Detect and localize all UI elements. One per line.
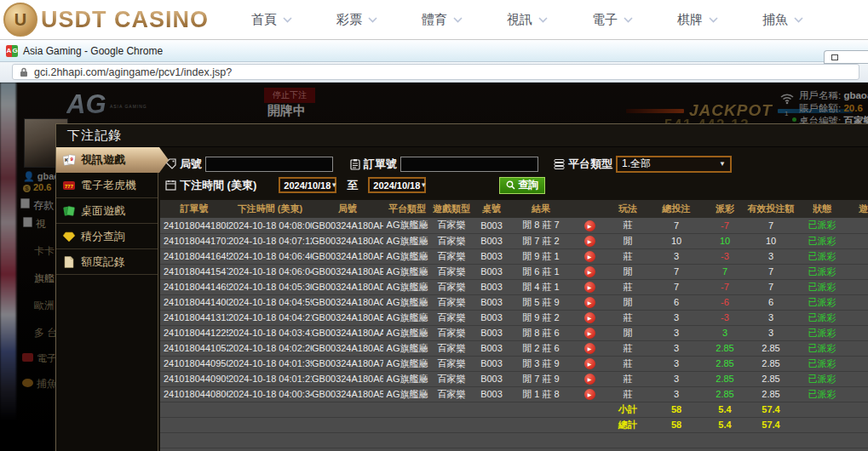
date-to-select[interactable]: 2024/10/18 ▼ — [368, 177, 426, 193]
url-text: gci.2hhapi.com/agingame/pcv1/index.jsp? — [34, 66, 232, 78]
screen: U USDT CASINO 首頁 彩票 體育 視訊 電子 棋牌 捕魚 AG As… — [0, 0, 868, 451]
sidebar-item-quota-record[interactable]: 額度記錄 — [56, 249, 158, 275]
replay-video-icon[interactable]: ▶ — [584, 236, 595, 247]
table-row: 2410180441469502024-10-18 04:05:30GB0032… — [160, 279, 868, 294]
replay-video-icon[interactable]: ▶ — [584, 266, 595, 277]
site-nav: 首頁 彩票 體育 視訊 電子 棋牌 捕魚 — [251, 12, 803, 28]
grand-total-total-bet: 58 — [647, 417, 705, 432]
nav-item-fishing[interactable]: 捕魚 — [762, 12, 803, 28]
table-row: 2410180441052462024-10-18 04:02:26GB0032… — [160, 340, 868, 356]
sidebar-item-live-games[interactable]: K9 視訊遊戲 — [56, 147, 169, 173]
chevron-down-icon — [709, 17, 718, 23]
round-label: 局號 — [180, 157, 202, 172]
diamond-icon — [62, 230, 76, 243]
chrome-titlebar[interactable]: AG Asia Gaming - Google Chrome — [0, 40, 868, 62]
date-from-select[interactable]: 2024/10/18 ▼ — [279, 177, 336, 193]
empty-row — [160, 448, 868, 451]
platform-label: 平台類型 — [568, 157, 612, 172]
sidebar-item-points-query[interactable]: 積分查詢 — [56, 224, 158, 249]
chevron-down-icon — [368, 17, 377, 23]
order-input[interactable] — [400, 157, 538, 172]
dropdown-arrow-icon: ▼ — [331, 181, 337, 189]
platform-selected-value: 1.全部 — [622, 157, 651, 171]
sidebar-item-table-games[interactable]: 桌面遊戲 — [56, 198, 158, 224]
table-row: 2410180441313832024-10-18 04:04:21GB0032… — [160, 310, 868, 325]
bet-table: 訂單號 下注時間 (美東) 局號 平台類型 遊戲類型 桌號 結果 玩法 總 — [160, 200, 868, 451]
grand-total-payout: 5.4 — [705, 417, 744, 432]
table-row: 2410180441547542024-10-18 04:06:04GB0032… — [160, 264, 868, 279]
nav-item-slots[interactable]: 電子 — [592, 12, 633, 28]
replay-video-icon[interactable]: ▶ — [584, 297, 595, 308]
search-button[interactable]: 查詢 — [499, 177, 545, 194]
replay-video-icon[interactable]: ▶ — [584, 251, 595, 262]
bet-time-label: 下注時間 (美東) — [180, 178, 256, 193]
table-row: 2410180440950802024-10-18 04:01:39GB0032… — [160, 356, 868, 371]
nav-item-sports[interactable]: 體育 — [422, 12, 463, 28]
modal-title: 下注記錄 — [56, 124, 868, 147]
slot-machine-icon: 777 — [62, 179, 76, 192]
calendar-icon — [165, 180, 176, 191]
order-label: 訂單號 — [364, 157, 397, 172]
sidebar-item-slot-machines[interactable]: 777 電子老虎機 — [56, 173, 158, 198]
platform-list-icon — [554, 158, 565, 169]
svg-text:777: 777 — [65, 183, 74, 188]
table-row: 2410180441400872024-10-18 04:04:59GB0032… — [160, 294, 868, 310]
table-row: 2410180441225052024-10-18 04:03:41GB0032… — [160, 325, 868, 340]
lock-icon — [20, 67, 28, 77]
table-header-row: 訂單號 下注時間 (美東) 局號 平台類型 遊戲類型 桌號 結果 玩法 總 — [160, 200, 868, 218]
bet-record-modal: 下注記錄 K9 視訊遊戲 777 電子老虎機 桌面遊戲 — [55, 123, 868, 451]
window-title: Asia Gaming - Google Chrome — [23, 45, 163, 57]
dropdown-arrow-icon: ▼ — [719, 160, 726, 168]
ag-favicon: AG — [6, 45, 18, 57]
table-row: 2410180440909982024-10-18 04:01:21GB0032… — [160, 371, 868, 386]
coin-logo-icon: U — [3, 3, 37, 37]
chevron-down-icon — [538, 17, 548, 23]
replay-video-icon[interactable]: ▶ — [584, 358, 595, 369]
modal-main: 局號 訂單號 平台類型 — [158, 147, 868, 451]
to-label: 至 — [347, 178, 358, 193]
subtotal-valid-bet: 57.4 — [744, 402, 797, 417]
chevron-down-icon — [624, 17, 633, 23]
table-row: 2410180441645492024-10-18 04:06:46GB0032… — [160, 248, 868, 264]
site-header: U USDT CASINO 首頁 彩票 體育 視訊 電子 棋牌 捕魚 — [0, 0, 868, 40]
replay-video-icon[interactable]: ▶ — [584, 374, 595, 385]
subtotal-total-bet: 58 — [647, 402, 705, 417]
replay-video-icon[interactable]: ▶ — [584, 220, 595, 231]
brand-name: USDT CASINO — [41, 7, 209, 33]
nav-item-cards[interactable]: 棋牌 — [677, 12, 718, 28]
nav-item-live[interactable]: 視訊 — [507, 12, 548, 28]
grand-total-label: 總計 — [608, 417, 647, 432]
subtotal-label: 小計 — [608, 402, 647, 417]
brand-logo[interactable]: U USDT CASINO — [0, 3, 209, 37]
chevron-down-icon — [453, 17, 463, 23]
table-games-icon — [62, 204, 76, 218]
maximize-icon — [831, 54, 838, 60]
nav-item-home[interactable]: 首頁 — [251, 12, 292, 28]
clipboard-icon — [350, 158, 360, 170]
filter-form: 局號 訂單號 平台類型 — [158, 147, 868, 200]
bet-table-body: 2410180441808112024-10-18 04:08:00GB0032… — [160, 218, 868, 402]
url-bar[interactable]: gci.2hhapi.com/agingame/pcv1/index.jsp? — [12, 64, 859, 80]
replay-video-icon[interactable]: ▶ — [584, 312, 595, 323]
subtotal-payout: 5.4 — [705, 402, 744, 417]
maximize-button[interactable] — [824, 50, 868, 64]
playing-cards-icon: K9 — [62, 153, 76, 167]
replay-video-icon[interactable]: ▶ — [584, 343, 595, 354]
chevron-down-icon — [794, 17, 803, 23]
platform-select[interactable]: 1.全部 ▼ — [616, 156, 732, 173]
dropdown-arrow-icon: ▼ — [420, 181, 427, 189]
table-row: 2410180441701552024-10-18 04:07:12GB0032… — [160, 233, 868, 248]
empty-row — [160, 432, 868, 448]
replay-video-icon[interactable]: ▶ — [584, 328, 595, 339]
round-input[interactable] — [205, 157, 333, 172]
page-content: AG ASIA GAMING 停止下注 開牌中 JACKPOT 541,442.… — [0, 83, 868, 451]
replay-video-icon[interactable]: ▶ — [584, 389, 595, 400]
grand-total-valid-bet: 57.4 — [744, 417, 797, 432]
bet-table-container: 訂單號 下注時間 (美東) 局號 平台類型 遊戲類型 桌號 結果 玩法 總 — [160, 200, 868, 451]
replay-video-icon[interactable]: ▶ — [584, 282, 595, 293]
grand-total-row: 總計 58 5.4 57.4 — [160, 417, 868, 432]
nav-item-lottery[interactable]: 彩票 — [336, 12, 377, 28]
subtotal-row: 小計 58 5.4 57.4 — [160, 402, 868, 417]
magnifier-icon — [506, 180, 515, 190]
modal-sidebar: K9 視訊遊戲 777 電子老虎機 桌面遊戲 積分查詢 — [56, 147, 158, 451]
